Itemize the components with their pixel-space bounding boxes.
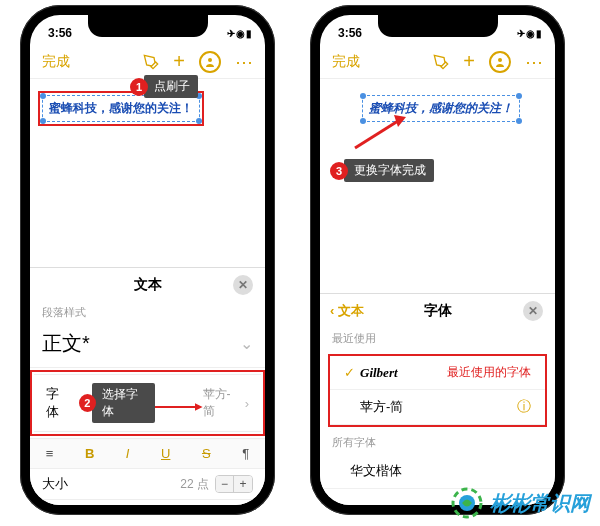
panel-header: 文本 ✕	[30, 267, 265, 301]
selected-text-box[interactable]: 蜜蜂科技，感谢您的关注！	[42, 95, 200, 122]
status-icons: ✈ ◉ ▮	[227, 28, 251, 39]
callout-3: 3 更换字体完成	[330, 159, 434, 182]
nav-bar: 完成 + ⋯	[320, 45, 555, 79]
font-row[interactable]: 字体 2 选择字体 苹方-简 ›	[34, 374, 261, 432]
font-value: 苹方-简	[203, 386, 241, 420]
callout-1-num: 1	[130, 78, 148, 96]
phone-right: 3:56 ✈ ◉ ▮ 完成 + ⋯	[310, 5, 565, 515]
callout-2-text: 选择字体	[92, 383, 155, 423]
globe-icon	[450, 486, 484, 520]
arrow-icon	[155, 399, 203, 407]
info-icon[interactable]: ⓘ	[517, 398, 531, 416]
size-value: 22 点	[180, 476, 209, 493]
chevron-right-icon: ›	[245, 396, 249, 411]
italic-button[interactable]: I	[126, 446, 130, 461]
font-item-gilbert[interactable]: ✓ Gilbert 最近使用的字体	[330, 356, 545, 390]
strike-button[interactable]: S	[202, 446, 211, 461]
font-name: Gilbert	[360, 365, 398, 381]
callout-3-num: 3	[330, 162, 348, 180]
callout-1: 1 点刷子	[130, 75, 198, 98]
profile-icon[interactable]	[199, 51, 221, 73]
done-button[interactable]: 完成	[42, 53, 70, 71]
phone-left: 3:56 ✈ ◉ ▮ 完成 + ⋯	[20, 5, 275, 515]
screen-left: 3:56 ✈ ◉ ▮ 完成 + ⋯	[30, 15, 265, 505]
text-style-toolbar: ≡ B I U S ¶	[30, 438, 265, 468]
more-icon[interactable]: ⋯	[235, 51, 253, 73]
size-row[interactable]: 大小 22 点 −+	[30, 468, 265, 499]
color-row[interactable]: 文本颜色	[30, 499, 265, 505]
svg-marker-2	[195, 403, 203, 411]
recent-callout: 最近使用的字体	[447, 364, 531, 381]
watermark: 彬彬常识网	[450, 486, 590, 520]
callout-3-text: 更换字体完成	[344, 159, 434, 182]
font-item-pingfang[interactable]: 苹方-简 ⓘ	[330, 390, 545, 425]
callout-2-num: 2	[79, 394, 96, 412]
close-icon[interactable]: ✕	[233, 275, 253, 295]
svg-point-3	[498, 58, 502, 62]
format-panel: 文本 ✕ 段落样式 正文* ⌄ 字体 2 选择字体	[30, 267, 265, 505]
profile-icon[interactable]	[489, 51, 511, 73]
status-icons: ✈ ◉ ▮	[517, 28, 541, 39]
nav-bar: 完成 + ⋯	[30, 45, 265, 79]
screen-right: 3:56 ✈ ◉ ▮ 完成 + ⋯	[320, 15, 555, 505]
note-text: 蜜蜂科技，感谢您的关注！	[49, 101, 193, 115]
note-content[interactable]: 蜜蜂科技，感谢您的关注！ 1 点刷子	[30, 79, 265, 132]
notch	[88, 15, 208, 37]
recent-fonts-box: ✓ Gilbert 最近使用的字体 苹方-简 ⓘ	[328, 354, 547, 427]
close-icon[interactable]: ✕	[523, 301, 543, 321]
status-time: 3:56	[338, 26, 362, 40]
check-icon: ✓	[344, 365, 360, 380]
note-content[interactable]: 蜜蜂科技，感谢您的关注！ 3 更换字体完成	[320, 79, 555, 289]
callout-2: 2 选择字体	[79, 383, 155, 423]
break-icon[interactable]: ¶	[242, 446, 249, 461]
font-label: 字体	[46, 385, 71, 421]
svg-line-4	[355, 121, 398, 148]
align-icon[interactable]: ≡	[46, 446, 54, 461]
brush-icon[interactable]	[143, 54, 159, 70]
all-fonts-label: 所有字体	[320, 431, 555, 454]
done-button[interactable]: 完成	[332, 53, 360, 71]
style-selector[interactable]: 正文* ⌄	[30, 324, 265, 368]
size-stepper[interactable]: −+	[215, 475, 253, 493]
font-item-huawen[interactable]: 华文楷体	[320, 454, 555, 489]
paragraph-style-label: 段落样式	[30, 301, 265, 324]
arrow-icon	[350, 113, 410, 153]
style-name: 正文*	[42, 330, 90, 357]
panel-header: ‹ 文本 字体 ✕	[320, 293, 555, 327]
svg-point-0	[208, 58, 212, 62]
brush-icon[interactable]	[433, 54, 449, 70]
more-icon[interactable]: ⋯	[525, 51, 543, 73]
watermark-text: 彬彬常识网	[490, 490, 590, 517]
panel-title: 文本	[134, 276, 162, 294]
size-label: 大小	[42, 475, 68, 493]
font-panel: ‹ 文本 字体 ✕ 最近使用 ✓ Gilbert 最近使用的字体 苹方-简 ⓘ	[320, 293, 555, 505]
font-name: 华文楷体	[350, 462, 402, 480]
plus-icon[interactable]: +	[463, 50, 475, 73]
recent-label: 最近使用	[320, 327, 555, 350]
notch	[378, 15, 498, 37]
font-name: 苹方-简	[360, 398, 403, 416]
callout-1-text: 点刷子	[144, 75, 198, 98]
status-time: 3:56	[48, 26, 72, 40]
bold-button[interactable]: B	[85, 446, 94, 461]
underline-button[interactable]: U	[161, 446, 170, 461]
panel-title: 字体	[424, 302, 452, 320]
plus-icon[interactable]: +	[173, 50, 185, 73]
back-button[interactable]: ‹ 文本	[330, 302, 364, 320]
chevron-down-icon: ⌄	[240, 334, 253, 353]
